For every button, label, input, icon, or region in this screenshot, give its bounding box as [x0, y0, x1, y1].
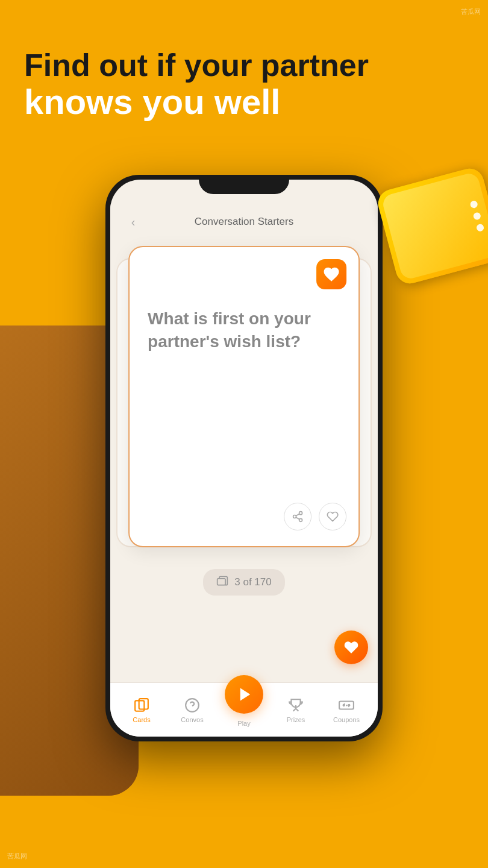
heart-icon — [322, 265, 340, 283]
svg-line-3 — [296, 517, 299, 519]
nav-label-coupons: Coupons — [333, 716, 360, 723]
nav-label-convos: Convos — [181, 716, 203, 723]
nav-item-play[interactable]: Play — [225, 687, 263, 727]
app-icon — [316, 259, 346, 289]
phone-notch — [199, 175, 289, 194]
dice-dot-2 — [472, 212, 481, 221]
floating-heart-icon — [343, 640, 359, 655]
share-button[interactable] — [284, 503, 311, 530]
svg-point-15 — [348, 704, 349, 705]
back-icon: ‹ — [131, 215, 136, 229]
back-button[interactable]: ‹ — [122, 211, 144, 233]
headline-line1: Find out if your partner — [24, 48, 488, 83]
play-icon — [237, 686, 254, 703]
card-stack: What is first on your partner's wish lis… — [122, 246, 366, 559]
like-button[interactable] — [319, 503, 346, 530]
svg-point-14 — [343, 704, 345, 705]
cards-icon — [216, 575, 228, 590]
svg-marker-10 — [240, 688, 250, 700]
watermark-top: 苦瓜网 — [461, 7, 481, 16]
navigation-bar: ‹ Conversation Starters — [110, 204, 378, 240]
nav-item-coupons[interactable]: Coupons — [328, 697, 364, 723]
svg-point-0 — [299, 512, 302, 515]
cards-icon — [134, 697, 149, 713]
nav-label-cards: Cards — [133, 716, 150, 723]
like-icon — [327, 511, 339, 523]
svg-point-1 — [293, 515, 296, 518]
card-action-buttons — [142, 497, 346, 534]
bottom-navigation: Cards Convos Play — [110, 682, 378, 737]
card-counter: 3 of 170 — [203, 569, 284, 596]
cards-nav-icon — [133, 697, 150, 714]
card-question-text: What is first on your partner's wish lis… — [142, 289, 346, 497]
nav-item-prizes[interactable]: Prizes — [278, 697, 314, 723]
phone-frame: ‹ Conversation Starters — [105, 175, 383, 741]
trophy-icon — [288, 697, 304, 713]
main-card[interactable]: What is first on your partner's wish lis… — [128, 246, 360, 547]
svg-point-2 — [299, 518, 302, 521]
deck-icon — [216, 575, 228, 587]
coupons-nav-icon — [338, 697, 355, 714]
counter-pill[interactable]: 3 of 170 — [203, 569, 284, 596]
nav-item-convos[interactable]: Convos — [174, 697, 210, 723]
card-area: What is first on your partner's wish lis… — [110, 240, 378, 682]
dice-dot-3 — [476, 223, 485, 232]
screen-title: Conversation Starters — [144, 216, 344, 228]
nav-label-prizes: Prizes — [287, 716, 305, 723]
headline-line2: knows you well — [24, 83, 488, 121]
headline: Find out if your partner knows you well — [0, 48, 488, 121]
counter-text: 3 of 170 — [234, 576, 271, 588]
convos-nav-icon — [184, 697, 201, 714]
nav-label-play: Play — [237, 720, 250, 727]
floating-favorite-button[interactable] — [334, 631, 368, 664]
nav-item-cards[interactable]: Cards — [124, 697, 160, 723]
watermark-bottom: 苦瓜网 — [7, 852, 27, 861]
convos-icon — [184, 697, 200, 713]
dice-dots — [469, 200, 484, 232]
prizes-nav-icon — [287, 697, 304, 714]
share-icon — [292, 511, 304, 523]
play-button[interactable] — [225, 675, 263, 714]
dice-dot-1 — [469, 200, 478, 209]
svg-line-4 — [296, 514, 299, 515]
coupon-icon — [339, 697, 354, 713]
svg-rect-5 — [217, 579, 225, 585]
